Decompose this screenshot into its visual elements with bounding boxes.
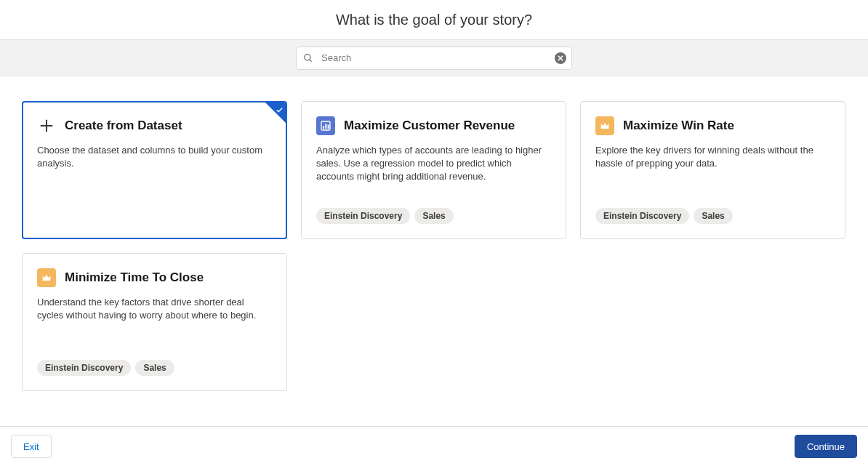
tag: Einstein Discovery xyxy=(37,360,131,376)
clear-icon[interactable] xyxy=(555,52,566,64)
tag: Einstein Discovery xyxy=(316,208,410,224)
tag: Einstein Discovery xyxy=(595,208,689,224)
tag: Sales xyxy=(414,208,453,224)
card-maximize-win-rate[interactable]: Maximize Win Rate Explore the key driver… xyxy=(580,101,845,239)
crown-icon xyxy=(37,268,56,287)
header: What is the goal of your story? xyxy=(0,0,868,40)
page-title: What is the goal of your story? xyxy=(336,12,532,28)
svg-rect-7 xyxy=(323,126,324,129)
check-icon xyxy=(276,104,284,117)
search-bar xyxy=(0,40,868,76)
card-tags: Einstein Discovery Sales xyxy=(37,360,272,376)
card-header: Maximize Customer Revenue xyxy=(316,116,551,135)
chart-icon xyxy=(316,116,335,135)
card-create-from-dataset[interactable]: Create from Dataset Choose the dataset a… xyxy=(22,101,287,239)
card-desc: Understand the key factors that drive sh… xyxy=(37,296,272,360)
card-maximize-customer-revenue[interactable]: Maximize Customer Revenue Analyze which … xyxy=(301,101,566,239)
tag: Sales xyxy=(694,208,732,224)
crown-icon xyxy=(595,116,614,135)
tag: Sales xyxy=(135,360,174,376)
svg-point-0 xyxy=(305,54,310,60)
card-title: Maximize Customer Revenue xyxy=(344,118,515,133)
card-minimize-time-to-close[interactable]: Minimize Time To Close Understand the ke… xyxy=(22,253,287,391)
card-desc: Analyze which types of accounts are lead… xyxy=(316,144,551,208)
card-title: Minimize Time To Close xyxy=(65,270,204,285)
plus-icon xyxy=(37,116,56,135)
svg-line-1 xyxy=(310,59,312,61)
svg-rect-8 xyxy=(325,124,326,129)
svg-rect-9 xyxy=(328,125,329,129)
card-title: Create from Dataset xyxy=(65,118,182,133)
card-header: Maximize Win Rate xyxy=(595,116,830,135)
search-wrap xyxy=(296,47,572,70)
continue-button[interactable]: Continue xyxy=(795,435,857,458)
card-tags: Einstein Discovery Sales xyxy=(316,208,551,224)
search-input[interactable] xyxy=(296,47,572,70)
card-tags: Einstein Discovery Sales xyxy=(595,208,830,224)
cards-grid: Create from Dataset Choose the dataset a… xyxy=(0,76,868,416)
exit-button[interactable]: Exit xyxy=(11,435,52,458)
search-icon xyxy=(303,53,313,63)
card-desc: Explore the key drivers for winning deal… xyxy=(595,144,830,208)
card-title: Maximize Win Rate xyxy=(623,118,734,133)
card-header: Minimize Time To Close xyxy=(37,268,272,287)
card-desc: Choose the dataset and columns to build … xyxy=(37,144,272,224)
footer: Exit Continue xyxy=(0,426,868,466)
card-header: Create from Dataset xyxy=(37,116,272,135)
